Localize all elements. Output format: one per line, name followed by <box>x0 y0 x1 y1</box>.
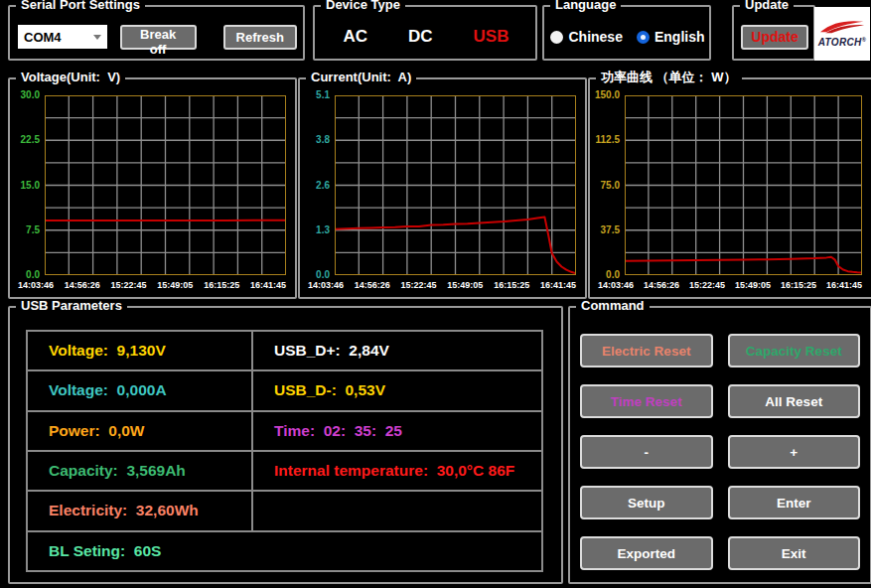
chart-title-voltage: Voltage(Unit: V) <box>16 71 125 84</box>
x-tick-label: 16:41:45 <box>826 281 862 294</box>
table-row: BL Seting: 60S <box>27 531 542 571</box>
language-group: Language Chinese English <box>542 5 711 61</box>
y-tick-label: 37.5 <box>601 225 620 235</box>
serial-port-settings-group: Serial Port Settings COM4 Break off Refr… <box>8 5 305 61</box>
electric-reset-button[interactable]: Electric Reset <box>580 334 713 368</box>
chevron-down-icon <box>93 35 101 40</box>
refresh-button[interactable]: Refresh <box>223 25 297 50</box>
parameter-cell: BL Seting: 60S <box>27 531 542 571</box>
x-tick-label: 16:15:25 <box>494 281 529 294</box>
language-chinese-radio[interactable]: Chinese <box>550 29 622 45</box>
parameter-cell: Power: 0,0W <box>27 411 252 451</box>
setup-button[interactable]: Setup <box>580 486 713 519</box>
plus-button[interactable]: + <box>728 435 861 469</box>
y-tick-label: 30.0 <box>21 90 40 100</box>
update-button[interactable]: Update <box>741 25 807 50</box>
current-chart-group: Current(Unit: A) 5.13.82.61.30.0 14:03:4… <box>298 77 587 299</box>
current-x-axis: 14:03:4614:56:2615:22:4515:49:0516:15:25… <box>308 275 576 294</box>
x-tick-label: 14:03:46 <box>598 281 634 294</box>
x-tick-label: 15:49:05 <box>735 281 771 294</box>
x-tick-label: 16:41:45 <box>540 281 576 294</box>
group-title-command: Command <box>576 299 650 313</box>
usb-parameters-table-body: Voltage: 9,130VUSB_D+: 2,84VVoltage: 0,0… <box>27 331 542 571</box>
table-row: Electricity: 32,60Wh <box>27 491 542 530</box>
y-tick-label: 112.5 <box>596 135 620 145</box>
radio-unselected-icon <box>550 31 563 44</box>
table-row: Capacity: 3,569AhInternal temperature: 3… <box>27 451 542 491</box>
power-y-axis: 150.0112.575.037.50.0 <box>595 90 625 280</box>
x-tick-label: 16:15:25 <box>781 281 816 294</box>
parameter-cell: Electricity: 32,60Wh <box>27 491 252 530</box>
voltage-chart-group: Voltage(Unit: V) 30.022.515.07.50.0 14:0… <box>8 77 297 299</box>
x-tick-label: 16:41:45 <box>250 281 286 294</box>
voltage-plot <box>45 95 286 275</box>
table-row: Voltage: 9,130VUSB_D+: 2,84V <box>27 331 542 370</box>
y-tick-label: 22.5 <box>21 135 40 145</box>
time-reset-button[interactable]: Time Reset <box>580 384 713 418</box>
y-tick-label: 1.3 <box>316 225 330 235</box>
group-title-serial: Serial Port Settings <box>16 0 145 12</box>
usb-parameters-group: USB Parameters Voltage: 9,130VUSB_D+: 2,… <box>8 306 563 584</box>
table-row: Power: 0,0WTime: 02: 35: 25 <box>27 411 542 451</box>
update-group: Update Update <box>732 5 815 61</box>
parameter-cell: Capacity: 3,569Ah <box>27 451 252 491</box>
voltage-y-axis: 30.022.515.07.50.0 <box>15 90 45 280</box>
group-title-device-type: Device Type <box>321 0 405 12</box>
voltage-x-axis: 14:03:4614:56:2615:22:4515:49:0516:15:25… <box>18 275 286 294</box>
atorch-logo: ATORCH® <box>814 7 870 61</box>
device-type-ac[interactable]: AC <box>343 27 367 47</box>
parameter-cell: USB_D-: 0,53V <box>252 370 542 410</box>
radio-selected-icon <box>637 31 650 44</box>
parameter-cell <box>252 491 542 530</box>
x-tick-label: 15:22:45 <box>689 281 725 294</box>
x-tick-label: 14:56:26 <box>644 281 679 294</box>
x-tick-label: 14:56:26 <box>65 281 100 294</box>
app-window: Serial Port Settings COM4 Break off Refr… <box>0 0 871 588</box>
device-type-group: Device Type AC DC USB <box>313 5 537 61</box>
y-tick-label: 150.0 <box>595 90 620 100</box>
x-tick-label: 15:49:05 <box>157 281 193 294</box>
x-tick-label: 15:49:05 <box>447 281 483 294</box>
command-group: Command Electric ResetCapacity ResetTime… <box>568 306 871 584</box>
parameter-cell: Internal temperature: 30,0°C 86F <box>252 451 542 491</box>
exported-button[interactable]: Exported <box>580 536 713 570</box>
y-tick-label: 2.6 <box>316 181 330 191</box>
capacity-reset-button[interactable]: Capacity Reset <box>728 334 861 368</box>
exit-button[interactable]: Exit <box>728 536 861 570</box>
chart-title-current: Current(Unit: A) <box>306 71 416 84</box>
y-tick-label: 15.0 <box>21 181 40 191</box>
y-tick-label: 3.8 <box>316 135 330 145</box>
table-row: Voltage: 0,000AUSB_D-: 0,53V <box>27 370 542 410</box>
parameter-cell: Time: 02: 35: 25 <box>252 411 542 451</box>
enter-button[interactable]: Enter <box>728 486 861 519</box>
language-english-label: English <box>654 29 705 45</box>
power-plot <box>625 95 862 275</box>
parameter-cell: USB_D+: 2,84V <box>252 331 542 370</box>
x-tick-label: 15:22:45 <box>401 281 437 294</box>
y-tick-label: 5.1 <box>316 90 330 100</box>
power-chart-group: 功率曲线 （单位： W） 150.0112.575.037.50.0 14:03… <box>588 77 871 299</box>
parameter-cell: Voltage: 0,000A <box>27 370 252 410</box>
language-chinese-label: Chinese <box>568 29 622 45</box>
all-reset-button[interactable]: All Reset <box>728 384 861 418</box>
logo-brand-text: ATORCH® <box>818 35 866 48</box>
com-port-value: COM4 <box>24 30 62 45</box>
x-tick-label: 14:56:26 <box>355 281 390 294</box>
chart-title-power: 功率曲线 （单位： W） <box>596 71 742 84</box>
group-title-usb-parameters: USB Parameters <box>16 299 127 313</box>
language-english-radio[interactable]: English <box>637 29 705 45</box>
x-tick-label: 16:15:25 <box>204 281 239 294</box>
current-y-axis: 5.13.82.61.30.0 <box>305 90 335 280</box>
minus-button[interactable]: - <box>580 435 713 469</box>
current-plot <box>335 95 576 275</box>
group-title-language: Language <box>550 0 621 12</box>
break-off-button[interactable]: Break off <box>120 25 197 50</box>
command-button-grid: Electric ResetCapacity ResetTime ResetAl… <box>580 334 860 570</box>
com-port-select[interactable]: COM4 <box>18 25 107 49</box>
device-type-usb[interactable]: USB <box>474 27 509 47</box>
power-x-axis: 14:03:4614:56:2615:22:4515:49:0516:15:25… <box>598 275 862 294</box>
device-type-dc[interactable]: DC <box>408 27 433 47</box>
group-title-update: Update <box>740 0 794 12</box>
x-tick-label: 14:03:46 <box>18 281 54 294</box>
y-tick-label: 75.0 <box>601 181 620 191</box>
